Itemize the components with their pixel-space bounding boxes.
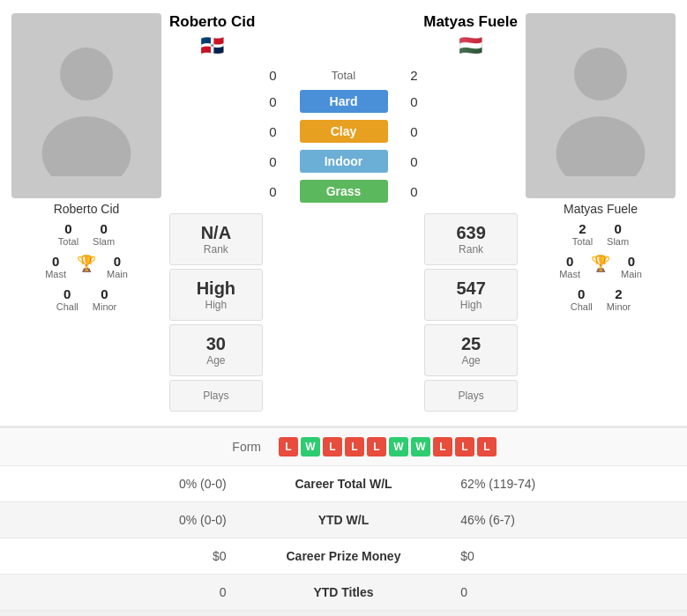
svg-point-0: [60, 48, 113, 100]
right-age-val: 25: [432, 334, 510, 354]
badge-9: L: [455, 437, 474, 456]
stat-row-ytd-wl: 0% (0-0) YTD W/L 46% (6-7): [0, 502, 687, 538]
left-chall-val: 0: [56, 286, 78, 301]
badge-3: L: [323, 437, 342, 456]
left-mast-lbl: Mast: [45, 269, 66, 279]
form-badges: L W L L L W W L L L: [279, 437, 497, 456]
badge-2: W: [301, 437, 320, 456]
career-total-label: Career Total W/L: [241, 466, 447, 502]
hard-surface-btn: Hard: [300, 90, 388, 113]
form-label: Form: [190, 440, 261, 454]
left-clay-val: 0: [247, 124, 300, 139]
left-total-lbl: Total: [58, 236, 78, 247]
right-mast-lbl: Mast: [559, 269, 580, 279]
left-high-panel: High High: [169, 269, 263, 321]
right-clay-val: 0: [388, 124, 441, 139]
total-label: Total: [300, 69, 388, 82]
right-slam-lbl: Slam: [607, 236, 629, 247]
left-name-flag: Roberto Cid 🇩🇴: [169, 13, 255, 57]
left-indoor-val: 0: [247, 154, 300, 169]
left-high-lbl: High: [177, 299, 255, 311]
ytd-titles-right: 0: [446, 575, 687, 611]
ytd-wl-right: 46% (6-7): [446, 502, 687, 538]
form-row: Form L W L L L W W L L L: [0, 428, 687, 466]
right-total-val: 2: [572, 221, 593, 236]
left-plays-lbl: Plays: [177, 390, 255, 402]
right-name-flag: Matyas Fuele 🇭🇺: [423, 13, 518, 57]
right-main-val: 0: [621, 254, 642, 269]
ytd-titles-label: YTD Titles: [241, 575, 447, 611]
svg-point-1: [42, 116, 131, 176]
stat-row-prize: $0 Career Prize Money $0: [0, 538, 687, 575]
right-rank-lbl: Rank: [432, 243, 510, 256]
right-mast-val: 0: [559, 254, 580, 269]
left-rank-val: N/A: [177, 223, 255, 243]
prize-label: Career Prize Money: [241, 538, 447, 575]
left-total-val: 0: [58, 221, 78, 236]
left-rank-lbl: Rank: [177, 243, 255, 256]
right-high-val: 547: [432, 278, 510, 299]
right-age-panel: 25 Age: [424, 324, 518, 376]
badge-10: L: [477, 437, 497, 456]
right-indoor-val: 0: [388, 154, 441, 169]
left-grass-val: 0: [247, 184, 300, 199]
left-flag: 🇩🇴: [200, 34, 224, 57]
prize-right: $0: [446, 538, 687, 575]
svg-point-3: [556, 116, 646, 176]
left-minor-val: 0: [93, 286, 117, 301]
right-high-panel: 547 High: [424, 269, 518, 321]
career-total-left: 0% (0-0): [0, 466, 241, 502]
right-chall-val: 0: [571, 286, 593, 301]
ytd-titles-left: 0: [0, 575, 241, 611]
clay-surface-btn: Clay: [300, 120, 388, 143]
badge-1: L: [279, 437, 298, 456]
left-main-val: 0: [107, 254, 128, 269]
right-trophy-icon: 🏆: [591, 255, 610, 272]
right-hard-val: 0: [388, 94, 441, 109]
ytd-wl-left: 0% (0-0): [0, 502, 241, 538]
left-player-photo: [11, 13, 161, 198]
left-age-val: 30: [177, 334, 255, 354]
left-player-name: Roberto Cid: [54, 202, 120, 216]
badge-4: L: [345, 437, 364, 456]
right-rank-panel: 639 Rank: [424, 213, 518, 265]
badge-7: W: [411, 437, 430, 456]
ytd-wl-label: YTD W/L: [241, 502, 447, 538]
right-plays-lbl: Plays: [432, 390, 510, 402]
left-mast-val: 0: [45, 254, 66, 269]
right-slam-val: 0: [607, 221, 629, 236]
right-player-name: Matyas Fuele: [564, 202, 638, 216]
left-total-center: 0: [247, 68, 300, 83]
right-minor-lbl: Minor: [607, 301, 631, 312]
left-trophy-icon: 🏆: [77, 255, 96, 272]
right-rank-val: 639: [432, 223, 510, 243]
stat-row-ytd-titles: 0 YTD Titles 0: [0, 575, 687, 611]
indoor-surface-btn: Indoor: [300, 150, 388, 173]
right-player-photo: [526, 13, 676, 198]
right-flag: 🇭🇺: [459, 34, 482, 57]
badge-6: W: [389, 437, 408, 456]
left-plays-panel: Plays: [169, 380, 263, 412]
right-total-lbl: Total: [572, 236, 593, 247]
left-slam-lbl: Slam: [93, 236, 115, 247]
right-name-header: Matyas Fuele: [423, 13, 518, 31]
left-main-lbl: Main: [107, 269, 128, 279]
svg-point-2: [574, 48, 627, 100]
right-minor-val: 2: [607, 286, 631, 301]
badge-8: L: [433, 437, 452, 456]
grass-surface-btn: Grass: [300, 180, 388, 203]
right-total-center: 2: [388, 68, 441, 83]
left-age-lbl: Age: [177, 354, 255, 367]
left-age-panel: 30 Age: [169, 324, 263, 376]
right-main-lbl: Main: [621, 269, 642, 279]
left-hard-val: 0: [247, 94, 300, 109]
left-high-val: High: [177, 278, 255, 299]
badge-5: L: [367, 437, 386, 456]
right-grass-val: 0: [388, 184, 441, 199]
left-rank-panel: N/A Rank: [169, 213, 263, 265]
career-total-right: 62% (119-74): [446, 466, 687, 502]
right-chall-lbl: Chall: [571, 301, 593, 312]
right-plays-panel: Plays: [424, 380, 518, 412]
right-age-lbl: Age: [432, 354, 510, 367]
stats-table: 0% (0-0) Career Total W/L 62% (119-74) 0…: [0, 466, 687, 611]
